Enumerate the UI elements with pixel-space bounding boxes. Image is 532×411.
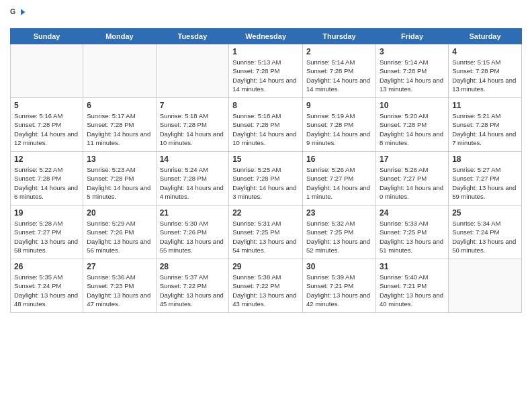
day-cell: 30Sunrise: 5:39 AM Sunset: 7:21 PM Dayli… [303,259,376,313]
logo: G [10,7,29,23]
day-number: 8 [232,101,299,110]
day-number: 31 [380,262,445,271]
day-number: 2 [306,47,372,56]
day-cell: 18Sunrise: 5:27 AM Sunset: 7:27 PM Dayli… [449,152,522,205]
day-info: Sunrise: 5:20 AM Sunset: 7:28 PM Dayligh… [380,111,445,147]
weekday-header-friday: Friday [375,29,448,44]
day-number: 18 [452,154,518,164]
day-number: 22 [232,208,299,218]
day-info: Sunrise: 5:40 AM Sunset: 7:21 PM Dayligh… [380,273,445,308]
day-number: 19 [14,208,79,218]
day-info: Sunrise: 5:29 AM Sunset: 7:26 PM Dayligh… [87,219,152,255]
day-info: Sunrise: 5:17 AM Sunset: 7:28 PM Dayligh… [87,111,152,147]
day-info: Sunrise: 5:14 AM Sunset: 7:28 PM Dayligh… [380,58,445,93]
weekday-header-monday: Monday [83,29,156,44]
weekday-header-saturday: Saturday [449,29,522,44]
day-cell [11,44,83,98]
day-number: 25 [452,208,518,218]
day-cell: 29Sunrise: 5:38 AM Sunset: 7:22 PM Dayli… [229,259,303,313]
day-cell: 16Sunrise: 5:26 AM Sunset: 7:27 PM Dayli… [303,152,376,205]
day-info: Sunrise: 5:24 AM Sunset: 7:28 PM Dayligh… [160,165,226,201]
day-cell: 28Sunrise: 5:37 AM Sunset: 7:22 PM Dayli… [156,259,229,313]
calendar-page: G SundayMondayTuesdayWednesdayThursdayFr… [0,0,532,411]
day-number: 15 [232,154,299,164]
day-info: Sunrise: 5:21 AM Sunset: 7:28 PM Dayligh… [452,111,518,147]
day-cell: 2Sunrise: 5:14 AM Sunset: 7:28 PM Daylig… [303,44,376,98]
day-info: Sunrise: 5:27 AM Sunset: 7:27 PM Dayligh… [452,165,518,201]
day-number: 13 [87,154,152,164]
day-number: 12 [14,154,79,164]
day-number: 16 [306,154,372,164]
day-number: 10 [380,101,445,110]
weekday-header-sunday: Sunday [11,29,83,44]
day-cell: 17Sunrise: 5:26 AM Sunset: 7:27 PM Dayli… [375,152,448,205]
day-number: 1 [232,47,299,56]
week-row-3: 12Sunrise: 5:22 AM Sunset: 7:28 PM Dayli… [11,152,522,205]
day-cell: 20Sunrise: 5:29 AM Sunset: 7:26 PM Dayli… [83,205,156,259]
day-info: Sunrise: 5:38 AM Sunset: 7:22 PM Dayligh… [232,273,299,308]
day-number: 4 [452,47,518,56]
day-number: 28 [160,262,226,271]
day-cell: 3Sunrise: 5:14 AM Sunset: 7:28 PM Daylig… [375,44,448,98]
day-info: Sunrise: 5:13 AM Sunset: 7:28 PM Dayligh… [232,58,299,93]
day-cell: 23Sunrise: 5:32 AM Sunset: 7:25 PM Dayli… [303,205,376,259]
day-number: 27 [87,262,152,271]
day-info: Sunrise: 5:36 AM Sunset: 7:23 PM Dayligh… [87,273,152,308]
day-info: Sunrise: 5:35 AM Sunset: 7:24 PM Dayligh… [14,273,79,308]
day-number: 11 [452,101,518,110]
day-cell: 13Sunrise: 5:23 AM Sunset: 7:28 PM Dayli… [83,152,156,205]
day-cell: 10Sunrise: 5:20 AM Sunset: 7:28 PM Dayli… [375,98,448,152]
week-row-5: 26Sunrise: 5:35 AM Sunset: 7:24 PM Dayli… [11,259,522,313]
week-row-2: 5Sunrise: 5:16 AM Sunset: 7:28 PM Daylig… [11,98,522,152]
day-number: 20 [87,208,152,218]
day-cell: 14Sunrise: 5:24 AM Sunset: 7:28 PM Dayli… [156,152,229,205]
day-info: Sunrise: 5:39 AM Sunset: 7:21 PM Dayligh… [306,273,372,308]
day-number: 3 [380,47,445,56]
day-number: 14 [160,154,226,164]
day-cell: 31Sunrise: 5:40 AM Sunset: 7:21 PM Dayli… [375,259,448,313]
day-cell: 22Sunrise: 5:31 AM Sunset: 7:25 PM Dayli… [229,205,303,259]
day-cell: 24Sunrise: 5:33 AM Sunset: 7:25 PM Dayli… [375,205,448,259]
day-cell: 9Sunrise: 5:19 AM Sunset: 7:28 PM Daylig… [303,98,376,152]
day-info: Sunrise: 5:26 AM Sunset: 7:27 PM Dayligh… [380,165,445,201]
day-cell: 6Sunrise: 5:17 AM Sunset: 7:28 PM Daylig… [83,98,156,152]
day-cell: 4Sunrise: 5:15 AM Sunset: 7:28 PM Daylig… [449,44,522,98]
weekday-header-row: SundayMondayTuesdayWednesdayThursdayFrid… [11,29,522,44]
day-cell: 8Sunrise: 5:18 AM Sunset: 7:28 PM Daylig… [229,98,303,152]
day-cell: 26Sunrise: 5:35 AM Sunset: 7:24 PM Dayli… [11,259,83,313]
day-info: Sunrise: 5:34 AM Sunset: 7:24 PM Dayligh… [452,219,518,255]
day-number: 7 [160,101,226,110]
svg-marker-1 [21,9,25,15]
day-info: Sunrise: 5:26 AM Sunset: 7:27 PM Dayligh… [306,165,372,201]
day-number: 29 [232,262,299,271]
day-cell: 15Sunrise: 5:25 AM Sunset: 7:28 PM Dayli… [229,152,303,205]
day-cell [83,44,156,98]
day-number: 26 [14,262,79,271]
week-row-1: 1Sunrise: 5:13 AM Sunset: 7:28 PM Daylig… [11,44,522,98]
day-cell [449,259,522,313]
day-info: Sunrise: 5:30 AM Sunset: 7:26 PM Dayligh… [160,219,226,255]
day-info: Sunrise: 5:28 AM Sunset: 7:27 PM Dayligh… [14,219,79,255]
calendar-table: SundayMondayTuesdayWednesdayThursdayFrid… [10,28,522,313]
logo-icon: G [10,7,26,23]
week-row-4: 19Sunrise: 5:28 AM Sunset: 7:27 PM Dayli… [11,205,522,259]
day-info: Sunrise: 5:18 AM Sunset: 7:28 PM Dayligh… [160,111,226,147]
day-info: Sunrise: 5:37 AM Sunset: 7:22 PM Dayligh… [160,273,226,308]
day-info: Sunrise: 5:32 AM Sunset: 7:25 PM Dayligh… [306,219,372,255]
day-cell: 21Sunrise: 5:30 AM Sunset: 7:26 PM Dayli… [156,205,229,259]
day-info: Sunrise: 5:19 AM Sunset: 7:28 PM Dayligh… [306,111,372,147]
weekday-header-thursday: Thursday [303,29,376,44]
day-number: 24 [380,208,445,218]
day-number: 21 [160,208,226,218]
day-cell: 27Sunrise: 5:36 AM Sunset: 7:23 PM Dayli… [83,259,156,313]
day-info: Sunrise: 5:25 AM Sunset: 7:28 PM Dayligh… [232,165,299,201]
day-info: Sunrise: 5:33 AM Sunset: 7:25 PM Dayligh… [380,219,445,255]
day-cell: 5Sunrise: 5:16 AM Sunset: 7:28 PM Daylig… [11,98,83,152]
day-cell: 11Sunrise: 5:21 AM Sunset: 7:28 PM Dayli… [449,98,522,152]
weekday-header-tuesday: Tuesday [156,29,229,44]
day-cell: 25Sunrise: 5:34 AM Sunset: 7:24 PM Dayli… [449,205,522,259]
day-info: Sunrise: 5:31 AM Sunset: 7:25 PM Dayligh… [232,219,299,255]
day-info: Sunrise: 5:15 AM Sunset: 7:28 PM Dayligh… [452,58,518,93]
day-info: Sunrise: 5:18 AM Sunset: 7:28 PM Dayligh… [232,111,299,147]
day-cell: 19Sunrise: 5:28 AM Sunset: 7:27 PM Dayli… [11,205,83,259]
